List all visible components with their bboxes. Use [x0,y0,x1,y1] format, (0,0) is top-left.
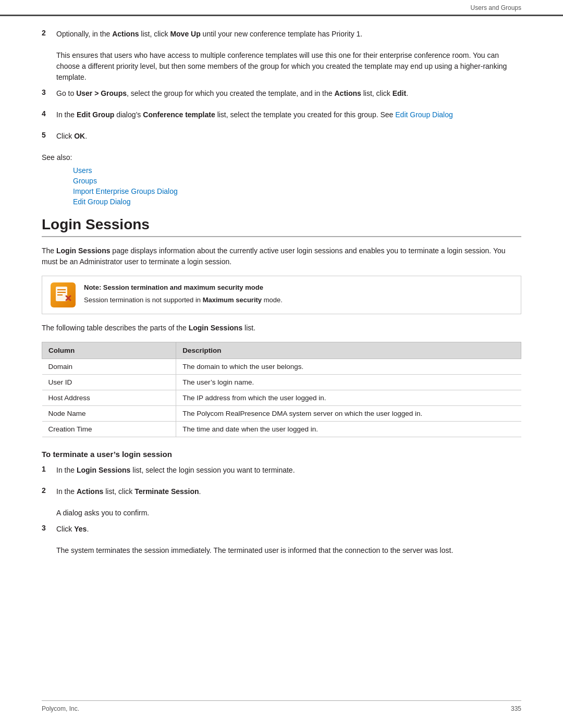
step-5-number: 5 [42,131,56,139]
table-cell-desc-nodename: The Polycom RealPresence DMA system serv… [176,406,521,422]
table-row: Host Address The IP address from which t… [42,390,521,406]
note-body: Session termination is not supported in … [84,295,512,305]
col-header-description: Description [176,342,521,359]
login-sessions-table: Column Description Domain The domain to … [42,342,521,437]
svg-rect-4 [57,294,63,295]
svg-rect-1 [56,287,67,301]
see-also-import-enterprise[interactable]: Import Enterprise Groups Dialog [73,187,521,195]
table-cell-desc-creationtime: The time and date when the user logged i… [176,422,521,437]
terminate-heading: To terminate a user’s login session [42,450,521,459]
step-3-text: Go to User > Groups, select the group fo… [56,88,521,99]
terminate-step-2-text: In the Actions list, click Terminate Ses… [56,486,521,497]
note-body-bold: Maximum security [203,296,262,304]
table-cell-col-nodename: Node Name [42,406,176,422]
table-cell-desc-domain: The domain to which the user belongs. [176,359,521,375]
col-header-column: Column [42,342,176,359]
step-2-text: Optionally, in the Actions list, click M… [56,29,521,40]
see-also-groups[interactable]: Groups [73,177,521,185]
note-box: Note: Session termination and maximum se… [42,276,521,314]
terminate-step-3-content: Click Yes. [56,524,521,540]
step-5-text: Click OK. [56,131,521,142]
terminate-step-3: 3 Click Yes. [42,524,521,540]
note-title: Note: Session termination and maximum se… [84,282,512,293]
svg-rect-2 [57,289,66,290]
login-sessions-intro-rest: page displays information about the curr… [42,246,506,266]
note-body-pre: Session termination is not supported in [84,296,203,304]
footer-left: Polycom, Inc. [42,705,79,712]
table-cell-col-hostaddress: Host Address [42,390,176,406]
note-icon [51,282,76,307]
header-section: Users and Groups [0,0,563,16]
step-4-content: In the Edit Group dialog’s Conference te… [56,109,521,126]
table-intro-bold: Login Sessions [189,324,242,332]
table-intro-pre: The following table describes the parts … [42,324,189,332]
main-content: 2 Optionally, in the Actions list, click… [0,16,563,593]
table-cell-col-creationtime: Creation Time [42,422,176,437]
step-4-number: 4 [42,109,56,118]
terminate-step-1-content: In the Login Sessions list, select the l… [56,465,521,481]
terminate-step-1-number: 1 [42,465,56,473]
see-also-label: See also: [42,152,521,163]
login-sessions-bold-intro: Login Sessions [56,246,110,255]
edit-group-dialog-link-1[interactable]: Edit Group Dialog [395,110,453,119]
terminate-step-1: 1 In the Login Sessions list, select the… [42,465,521,481]
terminate-step-1-text: In the Login Sessions list, select the l… [56,465,521,476]
see-also-edit-group-dialog[interactable]: Edit Group Dialog [73,198,521,206]
terminate-step-2-content: In the Actions list, click Terminate Ses… [56,486,521,502]
table-row: Creation Time The time and date when the… [42,422,521,437]
table-cell-desc-userid: The user’s login name. [176,375,521,390]
table-cell-col-userid: User ID [42,375,176,390]
table-cell-col-domain: Domain [42,359,176,375]
footer-right: 335 [511,705,521,712]
step-5: 5 Click OK. [42,131,521,147]
step-2-number: 2 [42,29,56,37]
login-sessions-intro: The Login Sessions page displays informa… [42,245,521,267]
step-4-text: In the Edit Group dialog’s Conference te… [56,109,521,120]
table-header-row: Column Description [42,342,521,359]
table-intro-post: list. [242,324,255,332]
step-2-content: Optionally, in the Actions list, click M… [56,29,521,45]
header-section-label: Users and Groups [471,4,521,11]
step-4: 4 In the Edit Group dialog’s Conference … [42,109,521,126]
see-also-links: Users Groups Import Enterprise Groups Di… [73,166,521,206]
table-row: Node Name The Polycom RealPresence DMA s… [42,406,521,422]
table-intro: The following table describes the parts … [42,323,521,334]
terminate-step-2-number: 2 [42,486,56,495]
svg-rect-3 [57,292,66,293]
see-also-users[interactable]: Users [73,166,521,175]
terminate-step-2: 2 In the Actions list, click Terminate S… [42,486,521,502]
step-3: 3 Go to User > Groups, select the group … [42,88,521,104]
terminate-step-3-subpara: The system terminates the session immedi… [56,545,521,556]
step-3-number: 3 [42,88,56,96]
step-3-content: Go to User > Groups, select the group fo… [56,88,521,104]
terminate-step-3-number: 3 [42,524,56,532]
footer: Polycom, Inc. 335 [42,700,521,712]
terminate-step-2-subpara: A dialog asks you to confirm. [56,508,521,519]
login-sessions-heading: Login Sessions [42,216,521,237]
table-row: Domain The domain to which the user belo… [42,359,521,375]
terminate-step-3-text: Click Yes. [56,524,521,535]
step-5-content: Click OK. [56,131,521,147]
note-body-post: mode. [262,296,283,304]
step-2-subpara: This ensures that users who have access … [56,50,521,83]
table-cell-desc-hostaddress: The IP address from which the user logge… [176,390,521,406]
note-content: Note: Session termination and maximum se… [84,282,512,305]
table-row: User ID The user’s login name. [42,375,521,390]
step-2: 2 Optionally, in the Actions list, click… [42,29,521,45]
